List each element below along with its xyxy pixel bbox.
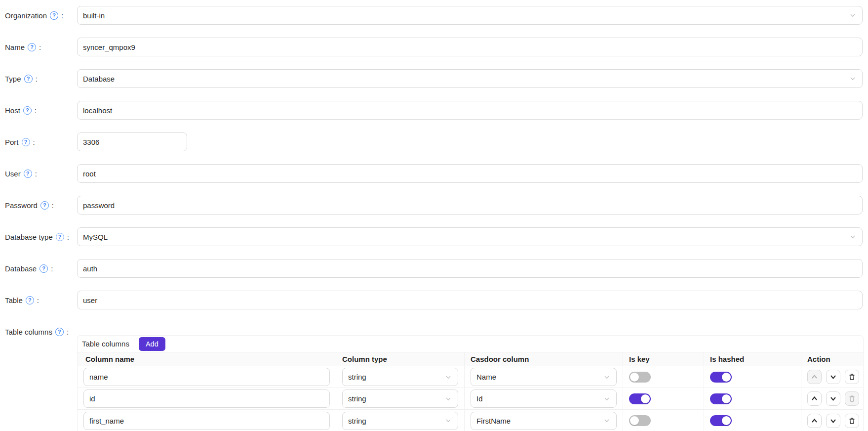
cell-action — [801, 410, 863, 431]
move-down-button[interactable] — [826, 414, 840, 428]
is-key-toggle[interactable] — [629, 415, 651, 426]
cell-is-key — [623, 366, 704, 388]
label-colon: : — [35, 170, 37, 178]
casdoor-column-select[interactable]: Name — [471, 368, 617, 386]
name-input[interactable] — [77, 38, 863, 56]
column-header-casdoor-column: Casdoor column — [465, 352, 623, 366]
toggle-knob — [722, 373, 731, 382]
host-input[interactable] — [77, 101, 863, 120]
is-key-toggle[interactable] — [629, 372, 651, 383]
column-name-input[interactable] — [83, 368, 330, 386]
toggle-knob — [722, 394, 731, 403]
cell-column-type: string — [336, 366, 465, 388]
move-down-button[interactable] — [826, 370, 840, 384]
move-up-button[interactable] — [807, 414, 822, 428]
cell-is-hashed — [704, 366, 801, 388]
type-label-text: Type — [5, 75, 21, 83]
label-colon: : — [36, 75, 38, 83]
column-type-select[interactable]: string — [342, 412, 458, 430]
is-hashed-toggle[interactable] — [710, 415, 732, 426]
casdoor-column-select-value: FirstName — [476, 417, 511, 425]
is-hashed-toggle[interactable] — [710, 372, 732, 383]
organization-label-text: Organization — [5, 11, 47, 20]
table-columns-header: Column name Column type Casdoor column I… — [78, 352, 863, 366]
help-icon[interactable]: ? — [40, 201, 49, 210]
chevron-up-icon — [811, 395, 818, 402]
delete-button[interactable] — [845, 391, 859, 406]
type-label: Type ? : — [5, 75, 77, 83]
password-input[interactable] — [77, 196, 863, 215]
toggle-knob — [630, 416, 639, 425]
label-colon: : — [33, 138, 35, 146]
move-up-button[interactable] — [807, 370, 822, 384]
organization-select[interactable]: built-in — [77, 6, 863, 25]
column-type-select[interactable]: string — [342, 389, 458, 408]
toggle-knob — [641, 394, 650, 403]
column-type-select-value: string — [348, 373, 366, 381]
chevron-down-icon — [445, 395, 452, 402]
form-row-database: Database ? : — [5, 259, 863, 278]
cell-action — [801, 388, 863, 409]
organization-label: Organization ? : — [5, 11, 77, 20]
column-header-action: Action — [801, 352, 863, 366]
table-label: Table ? : — [5, 296, 77, 304]
help-icon[interactable]: ? — [26, 296, 34, 304]
help-icon[interactable]: ? — [24, 75, 33, 83]
port-input[interactable] — [77, 132, 187, 151]
cell-casdoor-column: FirstName — [465, 410, 623, 431]
column-header-is-hashed: Is hashed — [704, 352, 801, 366]
password-label: Password ? : — [5, 201, 77, 210]
help-icon[interactable]: ? — [23, 106, 32, 115]
is-key-toggle[interactable] — [629, 393, 651, 404]
cell-casdoor-column: Id — [465, 388, 623, 409]
cell-casdoor-column: Name — [465, 366, 623, 388]
table-input[interactable] — [77, 291, 863, 309]
chevron-down-icon — [445, 374, 452, 381]
help-icon[interactable]: ? — [39, 264, 48, 273]
casdoor-column-select[interactable]: Id — [471, 389, 617, 408]
help-icon[interactable]: ? — [22, 138, 30, 146]
column-type-select-value: string — [348, 417, 366, 425]
column-type-select-value: string — [348, 394, 366, 403]
is-hashed-toggle[interactable] — [710, 393, 732, 404]
form-row-host: Host ? : — [5, 101, 863, 120]
user-label-text: User — [5, 170, 21, 178]
database-type-label-text: Database type — [5, 233, 53, 241]
user-input[interactable] — [77, 164, 863, 183]
delete-button[interactable] — [845, 414, 859, 428]
type-select[interactable]: Database — [77, 69, 863, 88]
label-colon: : — [51, 264, 53, 273]
cell-column-type: string — [336, 388, 465, 409]
cell-is-hashed — [704, 410, 801, 431]
add-column-button[interactable]: Add — [139, 337, 165, 351]
database-type-select[interactable]: MySQL — [77, 227, 863, 246]
label-colon: : — [39, 43, 41, 51]
help-icon[interactable]: ? — [50, 11, 58, 20]
panel-title-text: Table columns — [82, 340, 129, 348]
column-type-select[interactable]: string — [342, 368, 458, 386]
move-down-button[interactable] — [826, 391, 840, 406]
column-header-is-key: Is key — [623, 352, 704, 366]
form-row-name: Name ? : — [5, 38, 863, 56]
delete-button[interactable] — [845, 370, 859, 384]
help-icon[interactable]: ? — [28, 43, 36, 51]
table-columns-panel: Table columns Add Column name Column typ… — [77, 335, 864, 431]
help-icon[interactable]: ? — [24, 170, 32, 178]
name-label-text: Name — [5, 43, 25, 51]
help-icon[interactable]: ? — [55, 328, 64, 336]
form-row-port: Port ? : — [5, 132, 863, 151]
casdoor-column-select[interactable]: FirstName — [471, 412, 617, 430]
database-type-label: Database type ? : — [5, 233, 77, 241]
label-colon: : — [67, 233, 69, 241]
column-name-input[interactable] — [83, 389, 330, 408]
cell-is-key — [623, 410, 704, 431]
move-up-button[interactable] — [807, 391, 822, 406]
help-icon[interactable]: ? — [56, 233, 64, 241]
label-colon: : — [67, 328, 69, 336]
column-name-input[interactable] — [83, 412, 330, 430]
column-header-column-type: Column type — [336, 352, 465, 366]
password-label-text: Password — [5, 201, 38, 210]
database-input[interactable] — [77, 259, 863, 278]
table-row: string FirstName — [78, 410, 863, 431]
form-row-database-type: Database type ? : MySQL — [5, 227, 863, 246]
